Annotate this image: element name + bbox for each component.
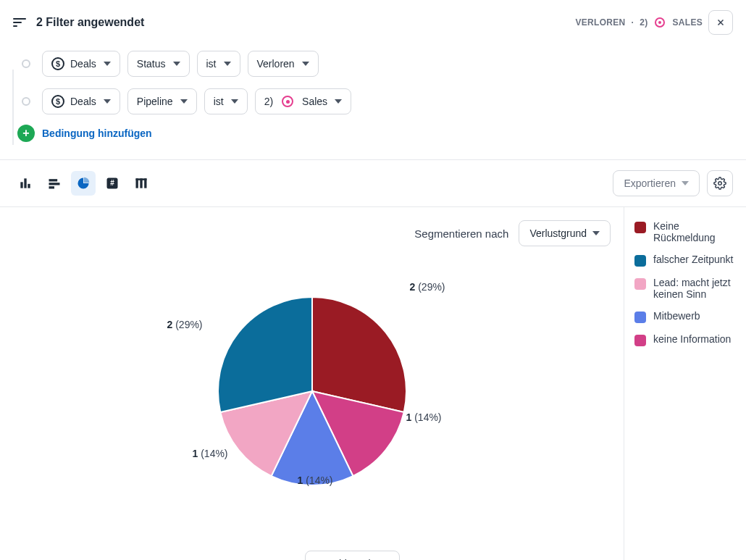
- op-chip[interactable]: ist: [204, 88, 248, 114]
- legend-item-3[interactable]: Mitbewerb: [634, 310, 736, 323]
- legend-item-4[interactable]: keine Information: [634, 333, 736, 346]
- op-chip[interactable]: ist: [197, 51, 240, 77]
- chevron-down-icon: [224, 62, 231, 66]
- condition-node: [22, 97, 30, 106]
- slice-label-3: 1 (14%): [298, 475, 333, 486]
- svg-rect-3: [49, 179, 58, 181]
- svg-rect-11: [136, 178, 147, 180]
- slice-label-4: 1 (14%): [406, 411, 442, 423]
- view-type-group: #: [13, 171, 154, 196]
- target-icon: [282, 96, 293, 107]
- chevron-down-icon: [180, 99, 188, 104]
- svg-rect-0: [20, 182, 22, 188]
- pie-chart: 2 (29%) 2 (29%) 1 (14%) 1 (14%) 1 (14%): [13, 254, 611, 529]
- legend-label: Keine Rückmeldung: [653, 220, 736, 243]
- close-button[interactable]: [708, 10, 733, 35]
- filter-conditions: $ Deals Status ist Verloren $ Deals Pipe…: [0, 45, 746, 155]
- dollar-icon: $: [51, 57, 64, 70]
- chevron-down-icon: [173, 62, 180, 66]
- slice-label-1: 2 (29%): [167, 319, 203, 330]
- filter-title: 2 Filter angewendet: [36, 16, 144, 29]
- op-label: ist: [214, 96, 224, 107]
- field-chip[interactable]: Status: [127, 51, 190, 77]
- export-button[interactable]: Exportieren: [613, 170, 700, 196]
- svg-point-12: [718, 182, 722, 185]
- breadcrumb: VERLOREN · 2) SALES: [575, 10, 733, 35]
- view-hbar[interactable]: [42, 171, 67, 196]
- segment-row: Segmentieren nach Verlustgrund: [13, 220, 611, 246]
- filter-header: 2 Filter angewendet VERLOREN · 2) SALES: [0, 0, 746, 45]
- segment-select[interactable]: Verlustgrund: [519, 220, 611, 246]
- field-label: Pipeline: [137, 96, 173, 107]
- svg-rect-4: [49, 183, 60, 185]
- filter-icon: [13, 14, 29, 30]
- pie-svg: [214, 293, 410, 489]
- legend-swatch: [634, 255, 646, 267]
- add-condition-row: + Bedingung hinzufügen: [13, 120, 733, 148]
- view-table[interactable]: [129, 171, 154, 196]
- entity-label: Deals: [70, 96, 96, 107]
- slice-label-0: 2 (29%): [410, 281, 445, 293]
- chevron-down-icon: [104, 99, 111, 104]
- chevron-down-icon: [592, 231, 600, 235]
- value-label: Sales: [302, 96, 327, 107]
- legend-panel: Keine Rückmeldung falscher Zeitpunkt Lea…: [624, 207, 746, 560]
- legend-label: Mitbewerb: [653, 310, 700, 322]
- condition-node: [22, 59, 30, 68]
- add-condition-link[interactable]: Bedingung hinzufügen: [42, 128, 152, 139]
- legend-item-0[interactable]: Keine Rückmeldung: [634, 220, 736, 243]
- chart-panel: Segmentieren nach Verlustgrund 2 (29%) 2…: [0, 207, 624, 560]
- export-label: Exportieren: [624, 177, 676, 189]
- chevron-down-icon: [682, 181, 689, 185]
- breadcrumb-num: 2): [640, 17, 647, 28]
- legend-swatch: [634, 222, 646, 233]
- legend-item-1[interactable]: falscher Zeitpunkt: [634, 254, 736, 267]
- svg-rect-5: [49, 186, 55, 188]
- value-prefix: 2): [264, 96, 273, 107]
- settings-button[interactable]: [707, 170, 733, 196]
- svg-rect-2: [28, 184, 30, 188]
- segment-label: Segmentieren nach: [414, 227, 508, 240]
- field-label: Status: [137, 58, 166, 70]
- condition-row-2: $ Deals Pipeline ist 2) Sales: [13, 83, 733, 120]
- legend-swatch: [634, 335, 646, 346]
- chart-toolbar: # Exportieren: [0, 160, 746, 207]
- value-chip[interactable]: 2) Sales: [255, 88, 351, 114]
- svg-text:#: #: [110, 179, 114, 187]
- chevron-down-icon: [335, 99, 342, 104]
- field-chip[interactable]: Pipeline: [127, 88, 197, 114]
- legend-item-2[interactable]: Lead: macht jetzt keinen Sinn: [634, 277, 736, 300]
- chevron-down-icon: [104, 62, 111, 66]
- breadcrumb-left: VERLOREN: [575, 17, 625, 28]
- chevron-down-icon: [302, 62, 309, 66]
- svg-rect-1: [24, 178, 26, 188]
- entity-chip[interactable]: $ Deals: [42, 51, 120, 77]
- value-chip[interactable]: Verloren: [248, 51, 319, 77]
- chevron-down-icon: [231, 99, 238, 104]
- target-icon: [655, 17, 665, 28]
- main-area: Segmentieren nach Verlustgrund 2 (29%) 2…: [0, 207, 746, 560]
- slice-label-2: 1 (14%): [193, 448, 228, 459]
- entity-chip[interactable]: $ Deals: [42, 88, 120, 114]
- legend-label: keine Information: [653, 333, 731, 345]
- value-label: Verloren: [257, 58, 295, 70]
- toolbar-right: Exportieren: [613, 170, 733, 196]
- breadcrumb-sep: ·: [632, 17, 634, 28]
- view-number[interactable]: #: [100, 171, 125, 196]
- legend-label: falscher Zeitpunkt: [653, 254, 734, 265]
- legend-swatch: [634, 278, 646, 290]
- op-label: ist: [206, 58, 217, 70]
- view-bar[interactable]: [13, 171, 38, 196]
- breadcrumb-right: SALES: [672, 17, 703, 28]
- add-condition-button[interactable]: +: [17, 125, 35, 142]
- condition-row-1: $ Deals Status ist Verloren: [13, 45, 733, 83]
- legend-swatch: [634, 312, 646, 323]
- measure-row: Messung nach Anzahl Deals: [13, 551, 611, 560]
- segment-value: Verlustgrund: [529, 227, 587, 239]
- measure-label: Messung nach: [224, 558, 295, 561]
- view-pie[interactable]: [71, 171, 96, 196]
- dollar-icon: $: [51, 95, 64, 108]
- legend-label: Lead: macht jetzt keinen Sinn: [653, 277, 736, 300]
- measure-select[interactable]: Anzahl Deals: [305, 551, 400, 560]
- entity-label: Deals: [70, 58, 96, 70]
